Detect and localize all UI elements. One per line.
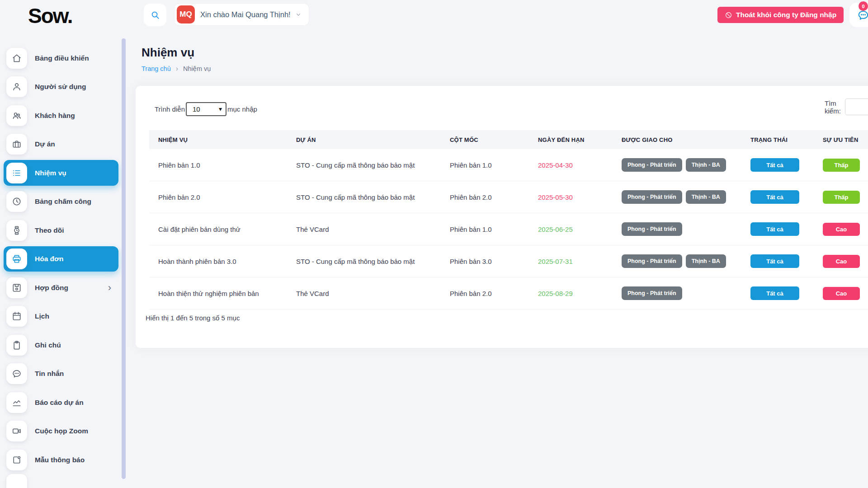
priority-badge: Thấp	[823, 191, 860, 204]
table-row: Hoàn thành phiên bản 3.0STO - Cung cấp m…	[149, 245, 868, 277]
assignee-badge: Thịnh - BA	[686, 190, 726, 204]
assignee-badge: Phong - Phát triển	[622, 190, 682, 204]
column-header[interactable]: CỘT MỐC	[450, 136, 538, 143]
task-name-cell[interactable]: Phiên bản 1.0	[158, 161, 296, 169]
due-date-cell: 2025-05-30	[538, 193, 622, 201]
milestone-cell: Phiên bản 1.0	[450, 225, 538, 233]
column-header[interactable]: SỰ ƯU TIÊN	[823, 136, 868, 143]
search-button[interactable]	[144, 4, 166, 26]
task-name-cell[interactable]: Cài đặt phiên bản dùng thử	[158, 225, 296, 233]
sidebar-item-13[interactable]: Cuộc họp Zoom	[0, 417, 118, 446]
sidebar-item-14[interactable]: Mẫu thông báo	[0, 446, 118, 474]
user-menu[interactable]: MQ Xin chào Mai Quang Thịnh!	[174, 3, 309, 26]
sidebar-item-label: Hóa đơn	[35, 255, 64, 263]
column-header[interactable]: TRẠNG THÁI	[750, 136, 823, 143]
priority-badge: Cao	[823, 255, 860, 268]
project-cell: Thẻ VCard	[296, 225, 450, 233]
sidebar-item-3[interactable]: Dự án	[0, 130, 118, 159]
assignee-badge: Thịnh - BA	[686, 158, 726, 172]
column-header[interactable]: NHIỆM VỤ	[158, 136, 296, 143]
status-button[interactable]: Tất cả	[750, 222, 799, 236]
task-name-cell[interactable]: Phiên bản 2.0	[158, 193, 296, 201]
due-date-cell: 2025-04-30	[538, 161, 622, 169]
task-name-cell[interactable]: Hoàn thành phiên bản 3.0	[158, 258, 296, 265]
milestone-cell: Phiên bản 2.0	[450, 193, 538, 201]
sidebar-item-label: Nhiệm vụ	[35, 169, 66, 177]
status-button[interactable]: Tất cả	[750, 190, 799, 204]
sidebar: Bảng điều khiểnNgười sử dụngKhách hàngDự…	[0, 30, 118, 488]
task-name-cell[interactable]: Hoàn thiện thử nghiệm phiên bản	[158, 290, 296, 297]
clipboard-icon	[6, 335, 27, 356]
sidebar-item-label: Khách hàng	[35, 112, 75, 120]
table-row: Hoàn thiện thử nghiệm phiên bảnThẻ VCard…	[149, 277, 868, 310]
column-header[interactable]: ĐƯỢC GIAO CHO	[622, 136, 750, 143]
chevron-right-icon: ›	[108, 283, 111, 293]
sidebar-item-label: Dự án	[35, 140, 55, 148]
sidebar-item-5[interactable]: Bảng chấm công	[0, 188, 118, 216]
sidebar-item-11[interactable]: Tin nhắn	[0, 360, 118, 389]
page-size-control: Trình diễn 10 mục nhập	[155, 102, 257, 116]
sidebar-item-label: Lịch	[35, 312, 49, 320]
assignees-cell: Phong - Phát triểnThịnh - BA	[622, 254, 750, 268]
sidebar-scrollbar[interactable]	[122, 38, 126, 479]
assignees-cell: Phong - Phát triểnThịnh - BA	[622, 158, 750, 172]
watch-icon	[6, 220, 27, 241]
assignees-cell: Phong - Phát triểnThịnh - BA	[622, 190, 750, 204]
sidebar-item-label: Tin nhắn	[35, 370, 64, 378]
column-header[interactable]: DỰ ÁN	[296, 136, 450, 143]
sidebar-item-label: Mẫu thông báo	[35, 456, 85, 464]
chevron-down-icon	[295, 11, 302, 18]
main-content: Nhiệm vụ Trang chủ › Nhiệm vụ Trình diễn…	[127, 30, 868, 488]
page-title: Nhiệm vụ	[142, 46, 194, 60]
table-row: Phiên bản 1.0STO - Cung cấp mã thông báo…	[149, 149, 868, 181]
sidebar-item-12[interactable]: Báo cáo dự án	[0, 388, 118, 417]
project-cell: STO - Cung cấp mã thông báo bảo mật	[296, 258, 450, 265]
column-header[interactable]: NGÀY ĐẾN HẠN	[538, 136, 622, 143]
sidebar-item-partial[interactable]	[6, 474, 27, 488]
project-cell: STO - Cung cấp mã thông báo bảo mật	[296, 193, 450, 201]
priority-badge: Thấp	[823, 159, 860, 172]
sidebar-item-label: Cuộc họp Zoom	[35, 427, 88, 435]
table-search-input[interactable]	[845, 99, 868, 115]
milestone-cell: Phiên bản 3.0	[450, 258, 538, 265]
search-label: Tìm kiếm:	[825, 99, 841, 115]
sidebar-item-1[interactable]: Người sử dụng	[0, 73, 118, 102]
sidebar-item-label: Theo dõi	[35, 226, 64, 235]
logout-button[interactable]: Thoát khỏi công ty Đăng nhập	[717, 7, 844, 23]
tasks-icon	[6, 163, 27, 183]
breadcrumb-current: Nhiệm vụ	[183, 65, 211, 72]
sidebar-item-6[interactable]: Theo dõi	[0, 216, 118, 245]
table-info: Hiển thị 1 đến 5 trong số 5 mục	[146, 314, 240, 322]
page-size-select[interactable]: 10	[186, 102, 226, 116]
project-cell: STO - Cung cấp mã thông báo bảo mật	[296, 161, 450, 169]
sidebar-item-4[interactable]: Nhiệm vụ	[0, 159, 118, 188]
chat-badge: 0	[859, 1, 868, 11]
home-icon	[6, 48, 27, 69]
table-body: Phiên bản 1.0STO - Cung cấp mã thông báo…	[149, 149, 868, 310]
sidebar-item-label: Báo cáo dự án	[35, 399, 84, 407]
milestone-cell: Phiên bản 2.0	[450, 290, 538, 297]
breadcrumb-separator-icon: ›	[176, 65, 178, 73]
table-row: Phiên bản 2.0STO - Cung cấp mã thông báo…	[149, 181, 868, 213]
sidebar-item-7[interactable]: Hóa đơn	[0, 245, 118, 274]
assignee-badge: Phong - Phát triển	[622, 158, 682, 172]
status-button[interactable]: Tất cả	[750, 286, 799, 300]
status-button[interactable]: Tất cả	[750, 254, 799, 268]
assignee-badge: Phong - Phát triển	[622, 254, 682, 268]
milestone-cell: Phiên bản 1.0	[450, 161, 538, 169]
sidebar-item-8[interactable]: Hợp đồng›	[0, 273, 118, 302]
sidebar-item-10[interactable]: Ghi chú	[0, 331, 118, 360]
calendar-icon	[6, 306, 27, 327]
breadcrumb-home-link[interactable]: Trang chủ	[142, 65, 171, 72]
notification-icon	[6, 450, 27, 470]
printer-icon	[6, 249, 27, 269]
priority-badge: Cao	[823, 223, 860, 236]
chat-icon	[6, 363, 27, 384]
customers-icon	[6, 105, 27, 126]
sidebar-item-2[interactable]: Khách hàng	[0, 101, 118, 130]
sidebar-item-9[interactable]: Lịch	[0, 302, 118, 331]
status-button[interactable]: Tất cả	[750, 158, 799, 172]
sidebar-item-0[interactable]: Bảng điều khiển	[0, 44, 118, 73]
ban-icon	[725, 11, 732, 19]
assignees-cell: Phong - Phát triển	[622, 286, 750, 300]
